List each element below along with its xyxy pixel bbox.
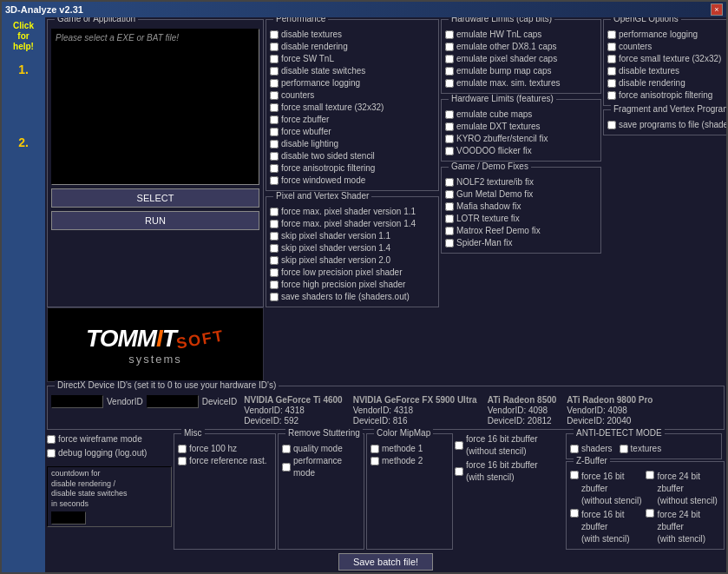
checkbox-option[interactable]: force small texture (32x32) <box>270 102 435 114</box>
checkbox-option[interactable]: emulate max. sim. textures <box>445 77 597 89</box>
force16-nostencil-checkbox[interactable] <box>455 441 463 450</box>
zbuffer-checkbox[interactable] <box>570 509 579 518</box>
checkbox-option[interactable]: force 100 hz <box>178 443 272 455</box>
checkbox-option[interactable]: performance logging <box>270 77 435 89</box>
zbuffer-checkbox[interactable] <box>570 471 579 479</box>
option-checkbox[interactable] <box>270 30 279 39</box>
option-checkbox[interactable] <box>270 128 279 136</box>
force16-stencil-checkbox[interactable] <box>455 467 463 476</box>
checkbox-option[interactable]: methode 2 <box>371 455 449 467</box>
option-checkbox[interactable] <box>445 110 454 119</box>
option-checkbox[interactable] <box>270 103 279 112</box>
zbuffer-option[interactable]: force 24 bit zbuffer (with stencil) <box>646 509 720 545</box>
option-checkbox[interactable] <box>445 135 454 143</box>
option-checkbox[interactable] <box>270 280 279 289</box>
option-checkbox[interactable] <box>445 178 454 187</box>
option-checkbox[interactable] <box>270 115 279 124</box>
zbuffer-option[interactable]: force 16 bit zbuffer (without stencil) <box>570 471 644 507</box>
anti-detect-option[interactable]: shaders <box>570 443 613 455</box>
option-checkbox[interactable] <box>282 445 291 453</box>
option-checkbox[interactable] <box>270 208 279 216</box>
option-checkbox[interactable] <box>270 268 279 277</box>
checkbox-option[interactable]: skip pixel shader version 2.0 <box>270 254 435 267</box>
option-checkbox[interactable] <box>270 140 279 148</box>
option-checkbox[interactable] <box>445 202 454 211</box>
checkbox-option[interactable]: force anisotropic filtering <box>607 89 726 102</box>
option-checkbox[interactable] <box>607 91 616 100</box>
checkbox-option[interactable]: disable textures <box>270 29 435 41</box>
option-checkbox[interactable] <box>445 43 454 51</box>
option-checkbox[interactable] <box>445 147 454 155</box>
option-checkbox[interactable] <box>270 293 279 301</box>
run-button[interactable]: RUN <box>51 211 259 230</box>
checkbox-option[interactable]: VOODOO flicker fix <box>445 145 597 157</box>
zbuffer-option[interactable]: force 16 bit zbuffer (with stencil) <box>570 509 644 545</box>
zbuffer-checkbox[interactable] <box>646 509 654 518</box>
save-batch-button[interactable]: Save batch file! <box>338 553 433 571</box>
option-checkbox[interactable] <box>270 232 279 241</box>
option-checkbox[interactable] <box>445 67 454 76</box>
checkbox-option[interactable]: force anisotropic filtering <box>270 162 435 175</box>
option-checkbox[interactable] <box>607 79 616 88</box>
checkbox-option[interactable]: methode 1 <box>371 443 449 455</box>
checkbox-option[interactable]: force high precision pixel shader <box>270 279 435 291</box>
checkbox-option[interactable]: force SW TnL <box>270 53 435 65</box>
checkbox-option[interactable]: emulate other DX8.1 caps <box>445 41 597 53</box>
checkbox-option[interactable]: emulate cube maps <box>445 109 597 121</box>
anti-detect-checkbox[interactable] <box>570 445 579 453</box>
option-checkbox[interactable] <box>445 79 454 88</box>
checkbox-option[interactable]: performance mode <box>282 455 360 479</box>
option-checkbox[interactable] <box>270 152 279 161</box>
force-wireframe-checkbox[interactable] <box>47 435 56 444</box>
anti-detect-option[interactable]: textures <box>620 443 662 455</box>
device-id-input[interactable] <box>147 395 199 408</box>
option-checkbox[interactable] <box>445 239 454 247</box>
option-checkbox[interactable] <box>270 176 279 185</box>
zbuffer-checkbox[interactable] <box>646 471 654 479</box>
force16-stencil-option[interactable]: force 16 bit zbuffer(with stencil) <box>455 459 564 484</box>
checkbox-option[interactable]: force zbuffer <box>270 114 435 126</box>
checkbox-option[interactable]: force max. pixel shader version 1.4 <box>270 218 435 230</box>
checkbox-option[interactable]: force low precision pixel shader <box>270 267 435 279</box>
force-wireframe-option[interactable]: force wireframe mode <box>47 433 172 445</box>
checkbox-option[interactable]: force reference rast. <box>178 455 272 467</box>
option-checkbox[interactable] <box>445 55 454 63</box>
vendor-id-input[interactable] <box>51 395 103 408</box>
checkbox-option[interactable]: disable textures <box>607 65 726 77</box>
checkbox-option[interactable]: disable state switches <box>270 65 435 77</box>
checkbox-option[interactable]: emulate bump map caps <box>445 65 597 77</box>
checkbox-option[interactable]: Gun Metal Demo fix <box>445 188 597 201</box>
option-checkbox[interactable] <box>607 67 616 76</box>
countdown-input[interactable] <box>51 511 86 525</box>
option-checkbox[interactable] <box>445 227 454 235</box>
option-checkbox[interactable] <box>270 220 279 228</box>
checkbox-option[interactable]: skip pixel shader version 1.4 <box>270 242 435 254</box>
checkbox-option[interactable]: force wbuffer <box>270 126 435 138</box>
checkbox-option[interactable]: NOLF2 texture/ib fix <box>445 176 597 188</box>
option-checkbox[interactable] <box>445 30 454 39</box>
checkbox-option[interactable]: Matrox Reef Demo fix <box>445 225 597 237</box>
checkbox-option[interactable]: emulate DXT textures <box>445 121 597 133</box>
checkbox-option[interactable]: LOTR texture fix <box>445 213 597 225</box>
checkbox-option[interactable]: disable two sided stencil <box>270 150 435 162</box>
checkbox-option[interactable]: save shaders to file (shaders.out) <box>270 291 435 303</box>
checkbox-option[interactable]: KYRO zbuffer/stencil fix <box>445 133 597 145</box>
checkbox-option[interactable]: force max. pixel shader version 1.1 <box>270 206 435 218</box>
checkbox-option[interactable]: counters <box>607 41 726 53</box>
option-checkbox[interactable] <box>445 122 454 131</box>
checkbox-option[interactable]: force windowed mode <box>270 175 435 187</box>
option-checkbox[interactable] <box>270 79 279 88</box>
checkbox-option[interactable]: emulate HW TnL caps <box>445 29 597 41</box>
close-button[interactable]: × <box>711 3 723 16</box>
checkbox-option[interactable]: Mafia shadow fix <box>445 201 597 213</box>
checkbox-option[interactable]: Spider-Man fix <box>445 237 597 249</box>
force16-nostencil-option[interactable]: force 16 bit zbuffer(without stencil) <box>455 433 564 458</box>
option-checkbox[interactable] <box>371 445 379 453</box>
checkbox-option[interactable]: performance logging <box>607 29 726 41</box>
option-checkbox[interactable] <box>282 463 291 472</box>
option-checkbox[interactable] <box>607 43 616 51</box>
checkbox-option[interactable]: save programs to file (shaders.out) <box>607 119 726 131</box>
option-checkbox[interactable] <box>270 43 279 51</box>
option-checkbox[interactable] <box>270 91 279 100</box>
debug-logging-option[interactable]: debug logging (log.out) <box>47 447 172 459</box>
